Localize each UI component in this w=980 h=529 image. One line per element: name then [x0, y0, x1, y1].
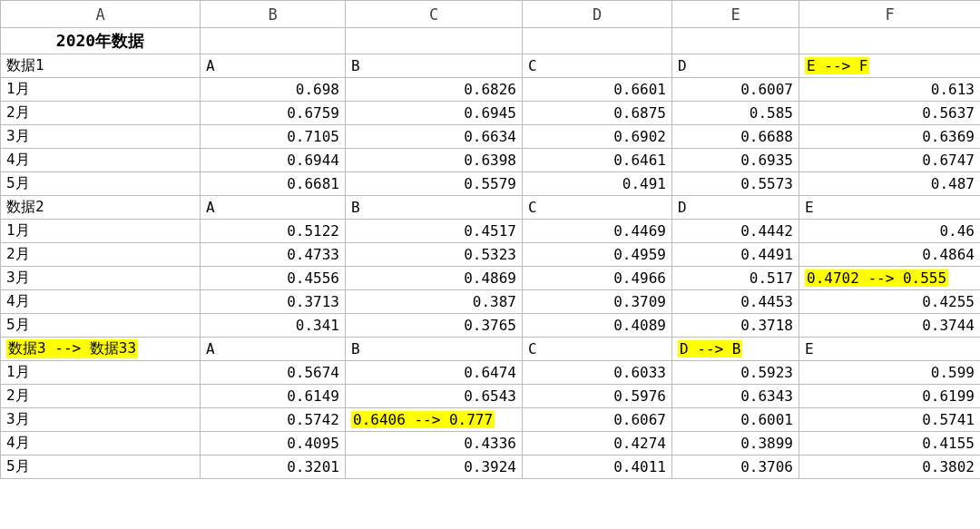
cell[interactable]: 0.6369	[799, 125, 981, 149]
cell[interactable]: 0.6406 --> 0.777	[346, 408, 523, 432]
cell[interactable]: 0.613	[799, 78, 981, 102]
cell[interactable]: 0.6461	[523, 149, 672, 172]
cell[interactable]: 0.387	[346, 290, 523, 314]
cell[interactable]: 0.6007	[672, 78, 799, 102]
cell[interactable]: 0.5323	[346, 243, 523, 267]
cell[interactable]: 0.4959	[523, 243, 672, 267]
cell[interactable]: C	[523, 196, 672, 220]
cell[interactable]: 0.341	[201, 314, 346, 338]
cell[interactable]: 0.6601	[523, 78, 672, 102]
cell[interactable]: 5月	[1, 456, 201, 479]
cell[interactable]: D --> B	[672, 338, 799, 361]
cell[interactable]: 0.6634	[346, 125, 523, 149]
cell[interactable]: 0.4966	[523, 267, 672, 290]
cell[interactable]	[523, 28, 672, 54]
cell[interactable]: 0.6543	[346, 385, 523, 408]
cell[interactable]: 0.6902	[523, 125, 672, 149]
cell[interactable]	[346, 28, 523, 54]
col-header-b[interactable]: B	[201, 1, 346, 28]
cell[interactable]: 0.5637	[799, 102, 981, 125]
cell[interactable]	[201, 28, 346, 54]
cell[interactable]: E	[799, 338, 981, 361]
cell[interactable]: 0.6001	[672, 408, 799, 432]
cell[interactable]: B	[346, 54, 523, 78]
cell[interactable]: 4月	[1, 290, 201, 314]
cell[interactable]: 0.4733	[201, 243, 346, 267]
cell[interactable]: 0.6747	[799, 149, 981, 172]
cell[interactable]: 4月	[1, 432, 201, 456]
cell[interactable]: 1月	[1, 78, 201, 102]
cell[interactable]: 0.3765	[346, 314, 523, 338]
cell[interactable]: 0.4274	[523, 432, 672, 456]
cell[interactable]: 0.517	[672, 267, 799, 290]
cell[interactable]: 0.3802	[799, 456, 981, 479]
cell[interactable]: 3月	[1, 408, 201, 432]
cell[interactable]: 3月	[1, 125, 201, 149]
cell[interactable]: 0.6935	[672, 149, 799, 172]
spreadsheet-table[interactable]: A B C D E F 2020年数据 数据1ABCDE --> F1月0.69…	[0, 0, 980, 479]
cell[interactable]: 0.4491	[672, 243, 799, 267]
title-cell[interactable]: 2020年数据	[1, 28, 201, 54]
cell[interactable]: 0.599	[799, 361, 981, 385]
cell[interactable]: 数据2	[1, 196, 201, 220]
cell[interactable]: 0.6759	[201, 102, 346, 125]
col-header-e[interactable]: E	[672, 1, 799, 28]
cell[interactable]: C	[523, 338, 672, 361]
cell[interactable]: 0.6681	[201, 172, 346, 196]
cell[interactable]: 0.4869	[346, 267, 523, 290]
cell[interactable]: 0.4336	[346, 432, 523, 456]
cell[interactable]: 0.5976	[523, 385, 672, 408]
cell[interactable]: 0.3718	[672, 314, 799, 338]
cell[interactable]	[672, 28, 799, 54]
cell[interactable]: 0.5741	[799, 408, 981, 432]
cell[interactable]: 0.6688	[672, 125, 799, 149]
cell[interactable]: 5月	[1, 172, 201, 196]
cell[interactable]: 0.487	[799, 172, 981, 196]
cell[interactable]: 0.585	[672, 102, 799, 125]
cell[interactable]: 0.6945	[346, 102, 523, 125]
cell[interactable]: D	[672, 54, 799, 78]
cell[interactable]: A	[201, 338, 346, 361]
cell[interactable]: 0.4089	[523, 314, 672, 338]
cell[interactable]: 0.4155	[799, 432, 981, 456]
cell[interactable]: 0.6149	[201, 385, 346, 408]
cell[interactable]: 5月	[1, 314, 201, 338]
cell[interactable]: 0.6875	[523, 102, 672, 125]
cell[interactable]: 数据1	[1, 54, 201, 78]
cell[interactable]: A	[201, 196, 346, 220]
cell[interactable]: 0.4011	[523, 456, 672, 479]
cell[interactable]: 0.5573	[672, 172, 799, 196]
cell[interactable]: 0.6474	[346, 361, 523, 385]
cell[interactable]: 0.5923	[672, 361, 799, 385]
cell[interactable]: 0.5742	[201, 408, 346, 432]
cell[interactable]: 0.6067	[523, 408, 672, 432]
cell[interactable]: 0.6033	[523, 361, 672, 385]
cell[interactable]: 4月	[1, 149, 201, 172]
cell[interactable]: 1月	[1, 220, 201, 243]
cell[interactable]: 0.6826	[346, 78, 523, 102]
col-header-c[interactable]: C	[346, 1, 523, 28]
cell[interactable]: 0.4255	[799, 290, 981, 314]
cell[interactable]: 0.6199	[799, 385, 981, 408]
cell[interactable]: 0.46	[799, 220, 981, 243]
cell[interactable]: E	[799, 196, 981, 220]
cell[interactable]: 0.6343	[672, 385, 799, 408]
cell[interactable]: 0.6944	[201, 149, 346, 172]
cell[interactable]: 0.4442	[672, 220, 799, 243]
cell[interactable]: 0.4702 --> 0.555	[799, 267, 981, 290]
cell[interactable]: 0.4517	[346, 220, 523, 243]
cell[interactable]: 0.3924	[346, 456, 523, 479]
cell[interactable]: 3月	[1, 267, 201, 290]
col-header-f[interactable]: F	[799, 1, 981, 28]
cell[interactable]: 2月	[1, 243, 201, 267]
cell[interactable]: 0.3709	[523, 290, 672, 314]
cell[interactable]: B	[346, 338, 523, 361]
cell[interactable]: 0.3706	[672, 456, 799, 479]
cell[interactable]: 0.5674	[201, 361, 346, 385]
cell[interactable]: A	[201, 54, 346, 78]
cell[interactable]: 2月	[1, 385, 201, 408]
col-header-d[interactable]: D	[523, 1, 672, 28]
cell[interactable]: D	[672, 196, 799, 220]
col-header-a[interactable]: A	[1, 1, 201, 28]
cell[interactable]: 0.4453	[672, 290, 799, 314]
